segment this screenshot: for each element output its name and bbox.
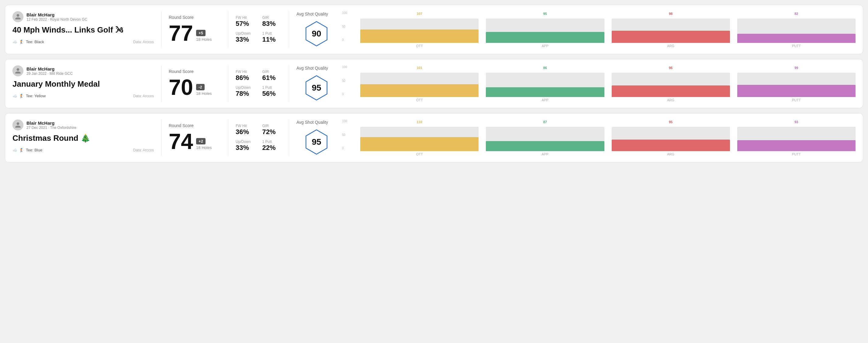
bar-fill [612, 139, 730, 151]
stat-value-up-down: 33% [236, 36, 255, 43]
stat-label-gir: GIR [262, 70, 282, 74]
bar-wrapper [737, 17, 856, 43]
score-section: Round Score70-218 Holes [161, 65, 228, 102]
weather-icon: ☁️ [12, 94, 17, 98]
bar-col-app: 86APP [486, 71, 604, 102]
bar-axis-label: OTT [416, 152, 423, 156]
round-card-1: Blair McHarg12 Feb 2022 · Royal North De… [5, 5, 863, 54]
stat-gir: GIR61% [262, 70, 282, 82]
data-source: Data: Arccos [133, 94, 154, 98]
bar-top-label-arg: 96 [669, 66, 673, 70]
stat-one-putt: 1 Putt22% [262, 139, 282, 152]
stat-value-up-down: 78% [236, 90, 255, 98]
score-section: Round Score74+218 Holes [161, 120, 228, 156]
bar-fill [486, 32, 604, 43]
bar-axis-label: APP [542, 44, 549, 48]
stat-fw-hit: FW Hit36% [236, 124, 255, 136]
bar-fill [737, 85, 856, 97]
stat-grid: FW Hit86%GIR61%Up/Down78%1 Putt56% [236, 70, 282, 98]
bar-col-app: 87APP [486, 126, 604, 156]
stat-value-fw-hit: 86% [236, 74, 255, 82]
bar-top-label-putt: 82 [795, 12, 798, 15]
data-source: Data: Arccos [133, 148, 154, 152]
chart-container: 100500110OTT87APP95ARG93PUTT [351, 120, 856, 156]
avatar [12, 11, 23, 22]
bar-col-putt: 99PUTT [737, 71, 856, 102]
y-axis: 100500 [342, 11, 347, 42]
score-row: 70-218 Holes [169, 76, 221, 98]
bar-fill [486, 87, 604, 97]
user-row: Blair McHarg29 Jan 2022 · Mill Ride GCC [12, 65, 154, 76]
bar-col-putt: 82PUTT [737, 17, 856, 48]
user-meta: 29 Jan 2022 · Mill Ride GCC [26, 71, 73, 76]
bag-icon: 🏌 [19, 148, 24, 152]
tee-info: ☁️🏌Tee: Black [12, 39, 44, 44]
round-card-2: Blair McHarg29 Jan 2022 · Mill Ride GCCJ… [5, 59, 863, 108]
holes-label: 18 Holes [196, 91, 212, 96]
bar-wrapper [612, 126, 730, 151]
stats-section: FW Hit86%GIR61%Up/Down78%1 Putt56% [228, 65, 289, 102]
stat-label-gir: GIR [262, 124, 282, 128]
bar-fill [737, 34, 856, 43]
bar-axis-label: PUTT [792, 98, 801, 102]
bar-fill [737, 140, 856, 151]
stat-label-one-putt: 1 Putt [262, 86, 282, 90]
bar-top-label-ott: 107 [416, 12, 422, 15]
bag-icon: 🏌 [19, 39, 24, 44]
stat-gir: GIR72% [262, 124, 282, 136]
stat-value-up-down: 33% [236, 144, 255, 152]
stat-label-one-putt: 1 Putt [262, 139, 282, 144]
user-meta: 12 Feb 2022 · Royal North Devon GC [26, 17, 87, 22]
holes-label: 18 Holes [196, 37, 212, 42]
stat-fw-hit: FW Hit86% [236, 70, 255, 82]
stat-label-one-putt: 1 Putt [262, 31, 282, 36]
quality-section: Avg Shot Quality90 [289, 11, 344, 48]
bar-top-label-arg: 98 [669, 12, 673, 15]
bar-wrapper [486, 126, 604, 151]
bag-icon: 🏌 [19, 94, 24, 98]
bar-wrapper [486, 17, 604, 43]
bar-top-label-app: 95 [543, 12, 547, 15]
bar-axis-label: OTT [416, 98, 423, 102]
bar-fill [486, 141, 604, 151]
y-axis: 100500 [342, 65, 347, 96]
tee-label: Tee: Black [26, 39, 44, 44]
stat-value-one-putt: 11% [262, 36, 282, 43]
shot-quality-value: 95 [312, 83, 321, 93]
stat-value-fw-hit: 36% [236, 128, 255, 136]
stat-value-one-putt: 22% [262, 144, 282, 152]
score-badge: +218 Holes [196, 138, 212, 152]
score-number: 77 [169, 22, 193, 44]
bar-chart: 110OTT87APP95ARG93PUTT [360, 120, 856, 156]
round-title: Christmas Round 🎄 [12, 133, 154, 143]
bar-col-arg: 95ARG [612, 126, 730, 156]
stat-gir: GIR83% [262, 15, 282, 28]
user-row: Blair McHarg12 Feb 2022 · Royal North De… [12, 11, 154, 22]
bar-axis-label: PUTT [792, 152, 801, 156]
stat-label-up-down: Up/Down [236, 31, 255, 36]
score-diff-badge: +5 [196, 30, 206, 36]
stat-label-fw-hit: FW Hit [236, 15, 255, 20]
bar-top-label-app: 86 [543, 66, 547, 70]
bottom-row: ☁️🏌Tee: YellowData: Arccos [12, 94, 154, 98]
stat-label-gir: GIR [262, 15, 282, 20]
bar-axis-label: ARG [667, 98, 674, 102]
stat-value-one-putt: 56% [262, 90, 282, 98]
stat-label-fw-hit: FW Hit [236, 124, 255, 128]
quality-section: Avg Shot Quality95 [289, 65, 344, 102]
round-title: January Monthly Medal [12, 80, 154, 89]
user-name: Blair McHarg [26, 66, 73, 71]
weather-icon: ☁️ [12, 39, 17, 44]
stats-section: FW Hit57%GIR83%Up/Down33%1 Putt11% [228, 11, 289, 48]
round-score-label: Round Score [169, 15, 221, 20]
shot-quality-hexagon: 95 [303, 128, 330, 156]
user-meta: 27 Dec 2021 · The Oxfordshire [26, 126, 76, 130]
bar-axis-label: APP [542, 98, 549, 102]
stat-label-fw-hit: FW Hit [236, 70, 255, 74]
chart-container: 100500101OTT86APP96ARG99PUTT [351, 65, 856, 102]
bar-col-ott: 101OTT [360, 71, 478, 102]
bar-top-label-ott: 101 [416, 66, 422, 70]
bar-axis-label: PUTT [792, 44, 801, 48]
bar-wrapper [360, 17, 478, 43]
bar-col-arg: 96ARG [612, 71, 730, 102]
